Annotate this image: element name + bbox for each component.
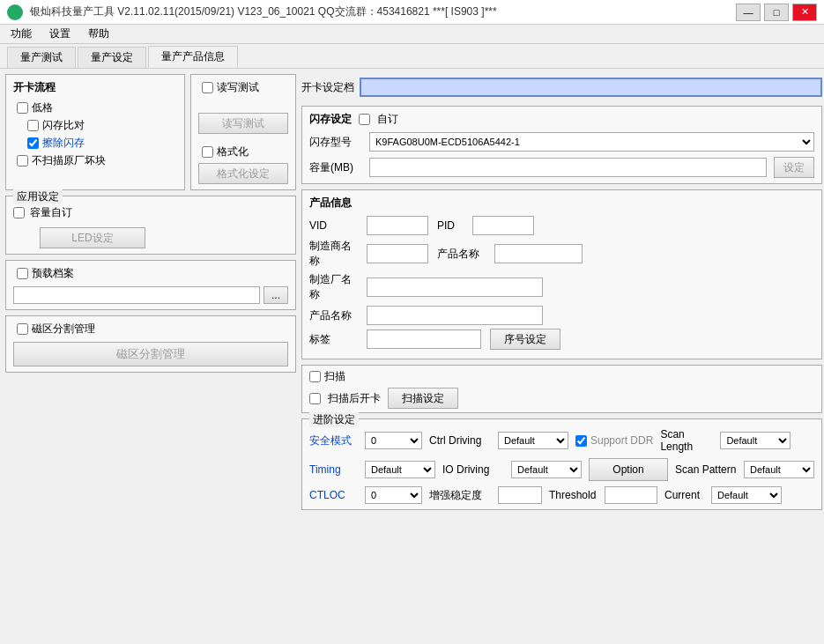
- preload-checkbox[interactable]: [17, 268, 28, 279]
- product-label: 产品名称: [309, 308, 358, 323]
- threshold-label: Threshold: [549, 489, 598, 501]
- format-settings-btn[interactable]: 格式化设定: [198, 163, 288, 184]
- partition-checkbox[interactable]: [17, 323, 28, 335]
- flash-compare-row: 闪存比对: [13, 118, 177, 133]
- format-label: 格式化: [217, 144, 249, 159]
- close-button[interactable]: ✕: [792, 4, 817, 21]
- pid-input[interactable]: 0903: [472, 216, 534, 235]
- config-file-input[interactable]: 2.11\SETTING_FILE_IS903\Innostor-Setup.i…: [360, 78, 822, 97]
- no-scan-bad-checkbox[interactable]: [17, 155, 28, 167]
- timing-select[interactable]: Default: [365, 461, 435, 478]
- vid-label: VID: [309, 219, 358, 232]
- manufacturer-label: 制造商名称: [309, 239, 358, 269]
- menu-help[interactable]: 帮助: [85, 26, 113, 42]
- scan-settings-btn[interactable]: 扫描设定: [388, 388, 458, 409]
- manufacturer-input[interactable]: EagleSD: [367, 244, 428, 263]
- flash-set-btn[interactable]: 设定: [774, 157, 814, 178]
- window-title: 银灿科技量产工具 V2.11.02.11(2015/09/21) V123_06…: [30, 4, 497, 19]
- erase-flash-checkbox[interactable]: [27, 137, 39, 149]
- vid-input[interactable]: 1F75: [367, 216, 428, 235]
- scan-length-label: Scan Length: [660, 428, 713, 453]
- advanced-section: 进阶设定 安全模式 012 Ctrl Driving DefaultLowHig…: [301, 418, 822, 510]
- factory-label: 制造厂名称: [309, 272, 358, 302]
- read-write-check-row: 读写测试: [198, 80, 288, 95]
- pid-label: PID: [437, 219, 464, 232]
- io-driving-label: IO Driving: [442, 463, 504, 476]
- product-name-short-input[interactable]: [494, 244, 583, 263]
- advanced-title: 进阶设定: [309, 412, 359, 427]
- led-settings-btn[interactable]: LED设定: [40, 227, 145, 248]
- middle-panel: 开卡设定档 2.11\SETTING_FILE_IS903\Innostor-S…: [301, 74, 822, 639]
- scan-after-open-checkbox[interactable]: [309, 393, 321, 404]
- ctloc-label: CTLOC: [309, 489, 358, 501]
- format-check-row: 格式化: [198, 144, 288, 159]
- current-select[interactable]: Default: [711, 486, 782, 504]
- left-panel: 开卡流程 低格 闪存比对 擦除闪存 不扫描原厂坏块: [5, 74, 296, 639]
- security-mode-select[interactable]: 012: [365, 432, 422, 449]
- flash-custom-label: 自订: [377, 112, 398, 127]
- advanced-row2: Timing Default IO Driving DefaultLowHigh…: [309, 458, 814, 481]
- ctloc-select[interactable]: 01: [365, 486, 422, 504]
- scan-length-select[interactable]: DefaultShortLong: [720, 432, 791, 449]
- preload-browse-btn[interactable]: ...: [264, 286, 288, 304]
- low-format-checkbox[interactable]: [17, 102, 28, 114]
- title-bar: 银灿科技量产工具 V2.11.02.11(2015/09/21) V123_06…: [0, 0, 824, 25]
- threshold-input[interactable]: [605, 486, 657, 504]
- flash-compare-checkbox[interactable]: [27, 120, 39, 131]
- preload-check-row: 预载档案: [13, 266, 288, 281]
- io-driving-select[interactable]: DefaultLowHigh: [511, 461, 582, 478]
- menu-bar: 功能 设置 帮助: [0, 25, 824, 44]
- product-name-row: 产品名称 EagleSD: [309, 306, 814, 325]
- timing-label: Timing: [309, 463, 358, 476]
- minimize-button[interactable]: —: [736, 4, 761, 21]
- low-format-row: 低格: [13, 100, 177, 115]
- product-input[interactable]: EagleSD: [367, 306, 543, 325]
- gain-stability-input[interactable]: 0: [498, 486, 542, 504]
- tag-label: 标签: [309, 332, 358, 347]
- flash-settings-section: 闪存设定 自订 闪存型号 K9FAG08U0M-ECD5106A5442-1 容…: [301, 106, 822, 184]
- security-mode-label: 安全模式: [309, 433, 358, 448]
- flash-type-select[interactable]: K9FAG08U0M-ECD5106A5442-1: [369, 132, 814, 152]
- read-write-checkbox[interactable]: [202, 82, 213, 93]
- menu-function[interactable]: 功能: [7, 26, 35, 42]
- preload-section: 预载档案 ...: [5, 260, 296, 310]
- scan-pattern-select[interactable]: Default: [744, 461, 814, 478]
- flash-type-label: 闪存型号: [309, 135, 362, 150]
- advanced-row1: 安全模式 012 Ctrl Driving DefaultLowHigh Sup…: [309, 428, 814, 453]
- maximize-button[interactable]: □: [764, 4, 789, 21]
- gain-stability-label: 增强稳定度: [429, 488, 491, 503]
- scan-section: 扫描 扫描后开卡 扫描设定: [301, 365, 822, 413]
- flash-custom-checkbox[interactable]: [359, 114, 370, 125]
- preload-path-input[interactable]: [13, 286, 260, 304]
- product-info-section: 产品信息 VID 1F75 PID 0903 制造商名称 EagleSD 产品名…: [301, 189, 822, 359]
- capacity-custom-checkbox[interactable]: [13, 207, 25, 218]
- flash-compare-label: 闪存比对: [42, 118, 85, 133]
- read-write-btn[interactable]: 读写测试: [198, 113, 288, 134]
- config-file-row: 开卡设定档 2.11\SETTING_FILE_IS903\Innostor-S…: [301, 74, 822, 100]
- read-write-label: 读写测试: [217, 80, 259, 95]
- config-file-label: 开卡设定档: [301, 80, 354, 95]
- serial-settings-btn[interactable]: 序号设定: [490, 329, 560, 350]
- app-settings-section: 应用设定 容量自订 LED设定: [5, 196, 296, 255]
- menu-settings[interactable]: 设置: [46, 26, 74, 42]
- format-checkbox[interactable]: [202, 146, 213, 158]
- partition-section: 磁区分割管理 磁区分割管理: [5, 315, 296, 373]
- manufacturer-row: 制造商名称 EagleSD 产品名称: [309, 239, 814, 269]
- tab-mass-test[interactable]: 量产测试: [7, 47, 76, 68]
- partition-label: 磁区分割管理: [32, 322, 95, 337]
- partition-btn[interactable]: 磁区分割管理: [13, 342, 288, 366]
- tag-input[interactable]: [367, 329, 481, 349]
- tab-mass-product-info[interactable]: 量产产品信息: [148, 46, 238, 68]
- factory-input[interactable]: EagleSD: [367, 278, 543, 297]
- app-logo: [7, 4, 23, 20]
- option-btn[interactable]: Option: [589, 458, 668, 481]
- no-scan-bad-label: 不扫描原厂坏块: [32, 153, 106, 168]
- ctrl-driving-select[interactable]: DefaultLowHigh: [498, 432, 568, 449]
- tab-mass-settings[interactable]: 量产设定: [78, 47, 146, 68]
- support-ddr-checkbox[interactable]: [575, 435, 587, 447]
- scan-checkbox[interactable]: [309, 371, 321, 382]
- flash-settings-title: 闪存设定: [309, 112, 352, 127]
- ctrl-driving-label: Ctrl Driving: [429, 434, 491, 447]
- capacity-custom-label: 容量自订: [30, 205, 72, 220]
- flash-capacity-input[interactable]: 64000: [369, 158, 767, 177]
